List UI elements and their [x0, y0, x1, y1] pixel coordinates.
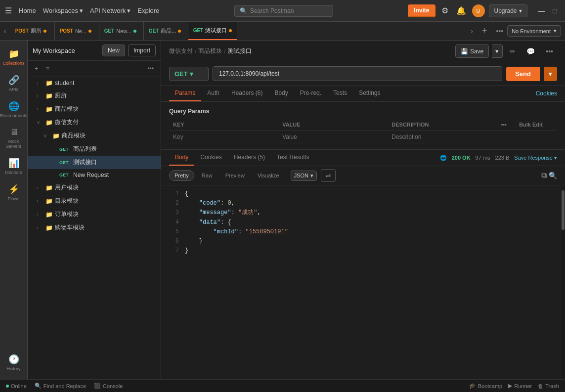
chevron-down-icon: ▾: [190, 70, 193, 78]
bootcamp-button[interactable]: 🎓 Bootcamp: [469, 383, 503, 389]
cookies-link[interactable]: Cookies: [536, 90, 557, 97]
environment-selector[interactable]: No Environment ▾: [507, 25, 561, 37]
upgrade-button[interactable]: Upgrade ▾: [489, 4, 527, 17]
save-dropdown-button[interactable]: ▾: [492, 44, 503, 58]
chevron-right-icon: ›: [37, 81, 43, 86]
tab-params[interactable]: Params: [169, 86, 201, 101]
send-button[interactable]: Send: [506, 67, 540, 81]
tab-prereq[interactable]: Pre-req.: [294, 86, 327, 101]
comment-icon[interactable]: 💬: [522, 44, 539, 58]
sidebar-item-history[interactable]: 🕐 History: [1, 350, 27, 375]
sidebar-item-environments[interactable]: 🌐 Environments: [1, 97, 27, 122]
notifications-icon[interactable]: 🔔: [454, 4, 468, 17]
settings-icon[interactable]: ⚙: [439, 4, 450, 17]
collection-name: 订单模块: [55, 210, 157, 218]
scrollbar-thumb[interactable]: [562, 190, 565, 230]
tab-get-shangpin[interactable]: GET 商品...: [144, 22, 188, 40]
tree-item-ceshi[interactable]: GET 测试接口: [28, 156, 161, 169]
format-pretty-button[interactable]: Pretty: [169, 170, 194, 181]
resp-tab-test-results[interactable]: Test Results: [271, 150, 315, 166]
json-format-selector[interactable]: JSON ▾: [291, 171, 317, 181]
find-replace-button[interactable]: 🔍 Find and Replace: [35, 383, 86, 389]
tab-tests[interactable]: Tests: [327, 86, 353, 101]
sidebar-item-apis[interactable]: 🔗 APIs: [1, 71, 27, 96]
param-key-input[interactable]: [173, 133, 274, 140]
tab-body[interactable]: Body: [268, 86, 294, 101]
param-description-input[interactable]: [391, 133, 493, 140]
menu-icon[interactable]: ☰: [5, 6, 12, 15]
trash-button[interactable]: 🗑 Trash: [538, 383, 559, 389]
tree-item-gouwuche[interactable]: › 📁 购物车模块: [28, 221, 161, 234]
maximize-button[interactable]: □: [550, 6, 560, 16]
tree-item-weixin-shangpin[interactable]: ∨ 📁 商品模块: [28, 129, 161, 142]
request-name: 商品列表: [73, 145, 157, 153]
format-visualize-button[interactable]: Visualize: [252, 170, 285, 181]
tab-post-ne[interactable]: POST Ne...: [55, 22, 99, 40]
import-button[interactable]: Import: [128, 44, 156, 56]
nav-home[interactable]: Home: [19, 7, 36, 14]
tab-post-cesuo[interactable]: POST 厕所: [10, 22, 55, 40]
search-response-button[interactable]: 🔍: [549, 172, 557, 179]
nav-api-network[interactable]: API Network ▾: [90, 7, 130, 14]
breadcrumb-part-1[interactable]: 商品模块: [198, 47, 222, 55]
tree-item-new-request[interactable]: GET New Request: [28, 169, 161, 181]
tab-nav-right[interactable]: ›: [467, 22, 477, 40]
resp-tab-headers[interactable]: Headers (5): [228, 150, 271, 166]
param-value-input[interactable]: [282, 133, 384, 140]
tree-item-shangpin-list[interactable]: GET 商品列表: [28, 142, 161, 156]
format-raw-button[interactable]: Raw: [196, 170, 218, 181]
tab-auth[interactable]: Auth: [201, 86, 225, 101]
new-tab-button[interactable]: +: [477, 26, 492, 36]
sidebar-item-monitors[interactable]: 📊 Monitors: [1, 154, 27, 179]
bulk-edit-button[interactable]: Bulk Edit: [515, 119, 557, 131]
method-selector[interactable]: GET ▾: [169, 67, 209, 81]
request-name: New Request: [73, 172, 157, 178]
tree-item-yonghu[interactable]: › 📁 用户模块: [28, 181, 161, 194]
new-button[interactable]: New: [102, 44, 125, 56]
tab-more-button[interactable]: •••: [492, 27, 507, 35]
tree-item-mulu[interactable]: › 📁 目录模块: [28, 194, 161, 208]
sidebar-item-flows[interactable]: ⚡ Flows: [1, 180, 27, 205]
console-button[interactable]: ⬛ Console: [94, 383, 123, 389]
format-preview-button[interactable]: Preview: [220, 170, 250, 181]
more-options-button[interactable]: •••: [144, 64, 157, 74]
tab-get-new[interactable]: GET New...: [99, 22, 144, 40]
search-box[interactable]: 🔍 Search Postman: [234, 5, 333, 17]
url-input[interactable]: [213, 66, 502, 81]
resp-tab-cookies[interactable]: Cookies: [194, 150, 227, 166]
history-icon: 🕐: [8, 354, 19, 365]
sidebar-item-mock-servers[interactable]: 🖥 Mock Servers: [1, 123, 27, 153]
wrap-lines-button[interactable]: ⇌: [321, 169, 336, 182]
response-tabs: Body Cookies Headers (5) Test Results 🌐 …: [161, 150, 565, 166]
add-collection-button[interactable]: +: [32, 64, 41, 74]
send-dropdown-button[interactable]: ▾: [544, 67, 557, 81]
tree-item-student[interactable]: › 📁 student: [28, 77, 161, 89]
method-label: GET: [193, 28, 204, 33]
avatar[interactable]: U: [472, 4, 485, 17]
tree-item-cesuo[interactable]: › 📁 厕所: [28, 89, 161, 102]
scrollbar-track[interactable]: [561, 185, 565, 379]
minimize-button[interactable]: —: [535, 6, 548, 16]
tree-item-weixin[interactable]: ∨ 📁 微信支付: [28, 116, 161, 129]
tab-get-ceshi[interactable]: GET 测试接口: [188, 22, 238, 40]
filter-button[interactable]: ≡: [43, 64, 52, 74]
breadcrumb-part-0[interactable]: 微信支付: [169, 47, 193, 55]
nav-explore[interactable]: Explore: [137, 7, 159, 14]
resp-tab-body[interactable]: Body: [169, 150, 194, 166]
save-button[interactable]: 💾 Save: [455, 44, 489, 58]
sidebar-item-label: Collections: [2, 61, 24, 66]
copy-response-button[interactable]: ⧉: [541, 171, 547, 180]
nav-workspaces[interactable]: Workspaces ▾: [43, 7, 83, 14]
tab-settings[interactable]: Settings: [353, 86, 386, 101]
save-response-button[interactable]: Save Response ▾: [514, 155, 557, 161]
edit-icon[interactable]: ✏: [506, 44, 520, 58]
runner-button[interactable]: ▶ Runner: [508, 383, 532, 389]
tab-headers[interactable]: Headers (6): [225, 86, 268, 101]
tab-nav-left[interactable]: ‹: [0, 22, 10, 40]
invite-button[interactable]: Invite: [408, 4, 435, 17]
tree-item-shangpin[interactable]: › 📁 商品模块: [28, 102, 161, 116]
sidebar-item-collections[interactable]: 📁 Collections: [1, 44, 27, 70]
collection-name: 厕所: [55, 91, 157, 100]
more-icon[interactable]: •••: [542, 44, 557, 58]
tree-item-dingdan[interactable]: › 📁 订单模块: [28, 208, 161, 221]
